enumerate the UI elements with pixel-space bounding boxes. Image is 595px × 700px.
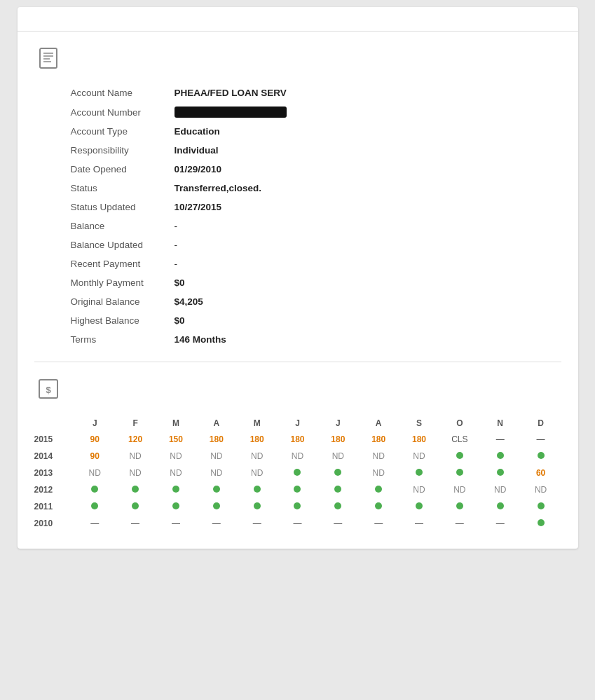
field-label: Status	[34, 179, 175, 198]
payment-row: 2013NDNDNDNDNDND60	[34, 465, 561, 481]
account-info-row: Terms146 Months	[34, 330, 561, 349]
month-header: F	[115, 416, 156, 431]
payment-row: 2011	[34, 498, 561, 515]
payment-history-icon: $	[34, 375, 62, 403]
on-time-dot	[497, 452, 504, 459]
on-time-dot	[456, 452, 463, 459]
field-label: Responsibility	[34, 141, 175, 160]
on-time-dot	[172, 502, 179, 509]
account-info-row: Recent Payment-	[34, 254, 561, 273]
field-value: $4,205	[175, 292, 561, 311]
dash-value: —	[237, 515, 278, 532]
payment-cell	[278, 498, 318, 515]
dash-value: —	[521, 431, 561, 448]
payment-cell	[521, 448, 561, 465]
payment-row: 201490NDNDNDNDNDNDNDND	[34, 448, 561, 465]
closed-value: CLS	[439, 431, 480, 448]
account-info-row: Monthly Payment$0	[34, 273, 561, 292]
payment-cell	[521, 498, 561, 515]
on-time-dot	[213, 502, 220, 509]
no-data-value: ND	[317, 448, 358, 465]
no-data-value: ND	[196, 465, 237, 481]
payment-cell	[317, 498, 358, 515]
dash-value: —	[156, 515, 196, 532]
late-payment-value: 90	[74, 448, 115, 465]
dash-value: —	[74, 515, 115, 532]
section-title-row	[34, 44, 561, 72]
month-header: M	[237, 416, 278, 431]
field-label: Highest Balance	[34, 311, 175, 330]
month-header: O	[439, 416, 480, 431]
on-time-dot	[334, 469, 341, 476]
payment-row: 2010———————————	[34, 515, 561, 532]
on-time-dot	[375, 486, 382, 493]
field-value: PHEAA/FED LOAN SERV	[175, 83, 561, 102]
account-info-icon	[34, 44, 62, 72]
month-header: A	[358, 416, 399, 431]
late-payment-value: 180	[278, 431, 318, 448]
payment-cell	[115, 481, 156, 498]
dash-value: —	[115, 515, 156, 532]
no-data-value: ND	[196, 448, 237, 465]
payment-history-section: $ JFMAMJJASOND 2015901201501801801801801…	[18, 362, 578, 549]
svg-text:$: $	[46, 385, 51, 395]
payment-cell	[439, 498, 480, 515]
no-data-value: ND	[439, 481, 480, 498]
dash-value: —	[480, 431, 521, 448]
on-time-dot	[497, 469, 504, 476]
late-payment-value: 180	[317, 431, 358, 448]
account-info-row: Status Updated10/27/2015	[34, 198, 561, 217]
svg-rect-0	[40, 48, 57, 68]
account-info-row: Balance Updated-	[34, 235, 561, 254]
account-info-row: Account TypeEducation	[34, 122, 561, 141]
field-label: Balance Updated	[34, 235, 175, 254]
field-value: $0	[175, 273, 561, 292]
no-data-value: ND	[399, 448, 439, 465]
no-data-value: ND	[115, 465, 156, 481]
on-time-dot	[213, 486, 220, 493]
payment-cell	[156, 498, 196, 515]
year-cell: 2011	[34, 498, 75, 515]
late-payment-value: 60	[521, 465, 561, 481]
no-data-value: ND	[74, 465, 115, 481]
payment-cell	[480, 498, 521, 515]
payment-cell	[115, 498, 156, 515]
field-label: Original Balance	[34, 292, 175, 311]
month-header: A	[196, 416, 237, 431]
on-time-dot	[375, 502, 382, 509]
account-info-row: Account NamePHEAA/FED LOAN SERV	[34, 83, 561, 102]
no-data-value: ND	[237, 448, 278, 465]
payment-cell	[74, 498, 115, 515]
field-value: Education	[175, 122, 561, 141]
on-time-dot	[294, 469, 301, 476]
field-label: Date Opened	[34, 160, 175, 179]
account-info-section: Account NamePHEAA/FED LOAN SERVAccount N…	[18, 32, 578, 362]
payment-cell	[156, 481, 196, 498]
payment-cell	[439, 448, 480, 465]
field-value: -	[175, 235, 561, 254]
field-value: $0	[175, 311, 561, 330]
no-data-value: ND	[278, 448, 318, 465]
payment-history-title-row: $	[34, 375, 561, 403]
payment-cell	[237, 481, 278, 498]
no-data-value: ND	[358, 465, 399, 481]
payment-cell	[480, 465, 521, 481]
on-time-dot	[132, 486, 139, 493]
late-payment-value: 90	[74, 431, 115, 448]
payment-cell	[521, 515, 561, 532]
field-label: Account Number	[34, 102, 175, 122]
dash-value: —	[399, 515, 439, 532]
on-time-dot	[456, 469, 463, 476]
no-data-value: ND	[358, 448, 399, 465]
on-time-dot	[294, 502, 301, 509]
dash-value: —	[480, 515, 521, 532]
field-value: -	[175, 217, 561, 235]
field-label: Status Updated	[34, 198, 175, 217]
no-data-value: ND	[115, 448, 156, 465]
payment-cell	[358, 498, 399, 515]
late-payment-value: 180	[237, 431, 278, 448]
year-cell: 2013	[34, 465, 75, 481]
field-label: Account Type	[34, 122, 175, 141]
on-time-dot	[91, 486, 98, 493]
on-time-dot	[294, 486, 301, 493]
